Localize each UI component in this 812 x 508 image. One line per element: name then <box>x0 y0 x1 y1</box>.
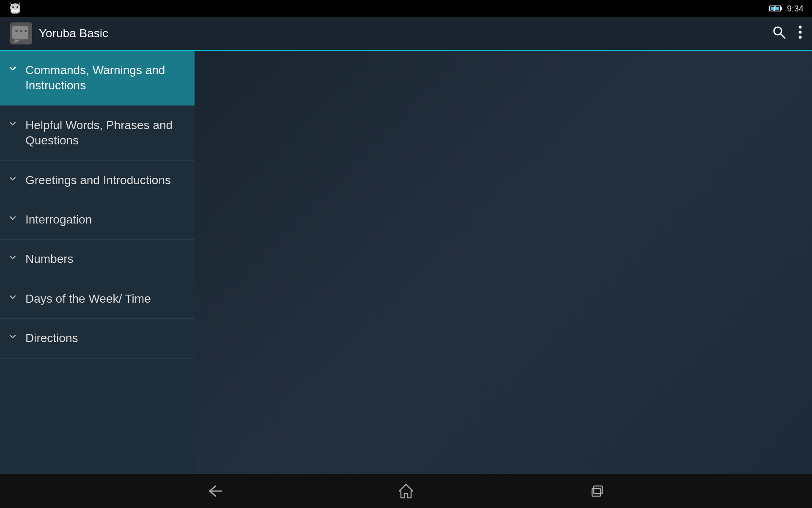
chevron-icon-numbers <box>8 253 19 264</box>
sidebar-item-label-numbers: Numbers <box>25 251 74 267</box>
sidebar-item-interrogation[interactable]: Interrogation <box>0 200 195 240</box>
svg-point-2 <box>16 6 18 8</box>
svg-rect-12 <box>12 26 28 39</box>
sidebar-item-greetings[interactable]: Greetings and Introductions <box>0 161 195 200</box>
svg-rect-7 <box>12 10 18 14</box>
android-nav-bar <box>0 474 812 508</box>
sidebar-item-helpful[interactable]: Helpful Words, Phrases and Questions <box>0 106 195 161</box>
chevron-icon-helpful <box>8 119 19 130</box>
status-bar-right: 9:34 <box>769 4 804 14</box>
sidebar-item-label-days: Days of the Week/ Time <box>25 291 151 306</box>
svg-point-1 <box>12 6 14 8</box>
recents-button[interactable] <box>586 480 607 502</box>
svg-point-19 <box>799 25 802 28</box>
chevron-icon-commands <box>8 64 19 75</box>
sidebar-item-numbers[interactable]: Numbers <box>0 240 195 279</box>
sidebar-item-label-interrogation: Interrogation <box>25 212 92 227</box>
chevron-icon-days <box>8 293 19 304</box>
svg-line-4 <box>19 3 20 5</box>
svg-line-11 <box>774 6 775 11</box>
time-display: 9:34 <box>787 4 804 14</box>
status-bar-left <box>8 2 22 15</box>
sidebar: Commands, Warnings and Instructions Help… <box>0 51 195 474</box>
svg-point-15 <box>25 30 27 32</box>
android-icon <box>8 2 22 15</box>
chevron-icon-directions <box>8 332 19 343</box>
svg-marker-16 <box>14 39 20 43</box>
battery-icon <box>769 5 783 12</box>
sidebar-item-days[interactable]: Days of the Week/ Time <box>0 279 195 319</box>
app-bar-actions <box>772 25 802 42</box>
search-icon[interactable] <box>772 25 786 42</box>
overflow-menu-icon[interactable] <box>798 25 802 42</box>
svg-point-20 <box>799 30 802 33</box>
svg-marker-23 <box>399 484 413 498</box>
app-icon <box>10 22 32 44</box>
app-title: Yoruba Basic <box>39 27 772 40</box>
sidebar-item-label-helpful: Helpful Words, Phrases and Questions <box>25 118 184 149</box>
chevron-icon-greetings <box>8 174 19 185</box>
back-button[interactable] <box>205 480 226 502</box>
sidebar-item-label-directions: Directions <box>25 331 78 346</box>
svg-point-14 <box>20 30 22 32</box>
svg-rect-9 <box>781 7 782 10</box>
svg-point-21 <box>799 36 802 39</box>
chevron-icon-interrogation <box>8 214 19 225</box>
svg-point-13 <box>15 30 18 32</box>
sidebar-item-directions[interactable]: Directions <box>0 319 195 358</box>
status-bar: 9:34 <box>0 0 812 17</box>
main-content: Commands, Warnings and Instructions Help… <box>0 51 812 474</box>
svg-line-3 <box>11 3 12 5</box>
app-bar: Yoruba Basic <box>0 17 812 51</box>
home-button[interactable] <box>395 480 417 502</box>
sidebar-item-label-greetings: Greetings and Introductions <box>25 173 171 188</box>
sidebar-item-label-commands: Commands, Warnings and Instructions <box>25 63 184 94</box>
sidebar-item-commands[interactable]: Commands, Warnings and Instructions <box>0 51 195 106</box>
svg-line-18 <box>781 34 785 38</box>
right-panel <box>195 51 812 474</box>
